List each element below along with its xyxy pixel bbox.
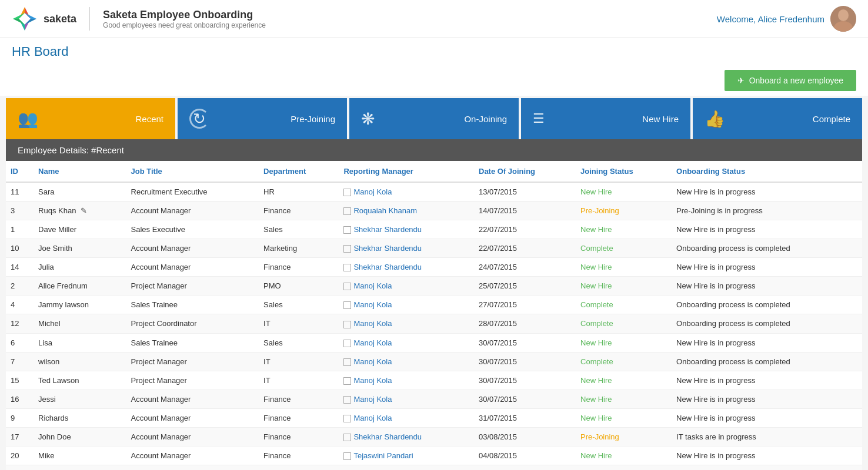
manager-link[interactable]: Manoj Kola <box>353 187 392 196</box>
manager-link[interactable]: Manoj Kola <box>353 357 392 366</box>
cell-name: Mike <box>34 446 126 465</box>
cell-job-title: Sales Executive <box>126 220 259 239</box>
joining-status-link[interactable]: Pre-Joining <box>580 432 619 441</box>
cell-joining-status[interactable]: New Hire <box>576 182 672 202</box>
cell-onboarding-status: New Hire is in progress <box>672 390 862 408</box>
cell-joining-status[interactable]: New Hire <box>576 371 672 390</box>
cell-doj: 14/07/2015 <box>474 202 576 220</box>
manager-link[interactable]: Manoj Kola <box>353 319 392 328</box>
joining-status-link[interactable]: New Hire <box>580 225 612 234</box>
cell-joining-status[interactable]: New Hire <box>576 220 672 239</box>
manager-checkbox[interactable] <box>343 396 351 404</box>
tab-newhire[interactable]: ☰ New Hire <box>521 98 690 139</box>
manager-link[interactable]: Manoj Kola <box>353 338 392 347</box>
joining-status-link[interactable]: New Hire <box>580 263 612 271</box>
manager-checkbox[interactable] <box>343 226 351 234</box>
cell-name: Alice Frednum <box>34 277 126 296</box>
cell-manager[interactable]: Manoj Kola <box>339 277 474 296</box>
cell-job-title: Project Manager <box>126 277 259 296</box>
manager-checkbox[interactable] <box>343 264 351 271</box>
manager-checkbox[interactable] <box>343 301 351 309</box>
cell-joining-status[interactable]: New Hire <box>576 258 672 277</box>
cell-manager[interactable]: Manoj Kola <box>339 390 474 408</box>
cell-manager[interactable]: Shekhar Shardendu <box>339 427 474 446</box>
cell-joining-status[interactable]: New Hire <box>576 408 672 427</box>
cell-manager[interactable]: Tejaswini Pandari <box>339 446 474 465</box>
cell-joining-status[interactable]: Pre-Joining <box>576 427 672 446</box>
cell-manager[interactable]: Manoj Kola <box>339 296 474 314</box>
manager-link[interactable]: Manoj Kola <box>353 376 392 385</box>
cell-manager[interactable]: Manoj Kola <box>339 333 474 352</box>
manager-link[interactable]: Shekhar Shardendu <box>353 225 422 234</box>
joining-status-link[interactable]: New Hire <box>580 187 612 196</box>
manager-checkbox[interactable] <box>343 283 351 290</box>
cell-joining-status[interactable]: Complete <box>576 352 672 371</box>
cell-manager[interactable]: Manoj Kola <box>339 352 474 371</box>
cell-manager[interactable]: Manoj Kola <box>339 314 474 333</box>
joining-status-link[interactable]: Complete <box>580 357 613 366</box>
cell-manager[interactable]: Manoj Kola <box>339 371 474 390</box>
welcome-text: Welcome, Alice Fredenhum <box>717 14 824 24</box>
cell-joining-status[interactable]: New Hire <box>576 446 672 465</box>
manager-link[interactable]: Manoj Kola <box>353 300 392 309</box>
cell-manager[interactable]: Shekhar Shardendu <box>339 239 474 258</box>
cell-manager[interactable]: Shekhar Shardendu <box>339 258 474 277</box>
tab-onjoining[interactable]: ❋ On-Joining <box>349 98 519 139</box>
manager-checkbox[interactable] <box>343 377 351 385</box>
manager-link[interactable]: Manoj Kola <box>353 281 392 290</box>
manager-link[interactable]: Tejaswini Pandari <box>353 451 413 460</box>
cell-joining-status[interactable]: New Hire <box>576 390 672 408</box>
manager-link[interactable]: Shekhar Shardendu <box>353 244 422 253</box>
cell-joining-status[interactable]: Complete <box>576 239 672 258</box>
manager-link[interactable]: Manoj Kola <box>353 414 392 422</box>
cell-manager[interactable]: Manoj Kola <box>339 408 474 427</box>
tab-complete[interactable]: 👍 Complete <box>693 98 862 139</box>
cell-manager[interactable]: Manoj Kola <box>339 182 474 202</box>
edit-icon[interactable]: ✎ <box>81 206 87 215</box>
tab-prejoining[interactable]: ↻ Pre-Joining <box>178 98 347 139</box>
joining-status-link[interactable]: Complete <box>580 300 613 309</box>
cell-department: Finance <box>259 446 339 465</box>
cell-joining-status[interactable]: New Hire <box>576 333 672 352</box>
app-header: saketa Saketa Employee Onboarding Good e… <box>0 0 868 38</box>
manager-link[interactable]: Shekhar Shardendu <box>353 263 422 271</box>
cell-joining-status[interactable]: Complete <box>576 296 672 314</box>
cell-manager[interactable]: SophiaWilliams <box>339 465 474 470</box>
cell-manager[interactable]: Shekhar Shardendu <box>339 220 474 239</box>
manager-checkbox[interactable] <box>343 434 351 441</box>
cell-onboarding-status: New Hire is in progress <box>672 277 862 296</box>
cell-job-title: Recruitment Executive <box>126 182 259 202</box>
manager-checkbox[interactable] <box>343 452 351 460</box>
manager-link[interactable]: Shekhar Shardendu <box>353 432 422 441</box>
joining-status-link[interactable]: New Hire <box>580 395 612 404</box>
cell-department: Sales <box>259 333 339 352</box>
onjoining-icon: ❋ <box>361 109 375 129</box>
joining-status-link[interactable]: New Hire <box>580 414 612 422</box>
cell-department: Finance <box>259 390 339 408</box>
manager-link[interactable]: Roquaiah Khanam <box>353 206 417 215</box>
manager-link[interactable]: Manoj Kola <box>353 395 392 404</box>
manager-checkbox[interactable] <box>343 340 351 347</box>
joining-status-link[interactable]: Complete <box>580 319 613 328</box>
cell-joining-status[interactable]: New Hire <box>576 277 672 296</box>
cell-joining-status[interactable]: Complete <box>576 314 672 333</box>
manager-checkbox[interactable] <box>343 321 351 328</box>
joining-status-link[interactable]: New Hire <box>580 451 612 460</box>
cell-joining-status[interactable]: New Hire <box>576 465 672 470</box>
cell-manager[interactable]: Roquaiah Khanam <box>339 202 474 220</box>
joining-status-link[interactable]: New Hire <box>580 376 612 385</box>
manager-checkbox[interactable] <box>343 245 351 253</box>
joining-status-link[interactable]: Complete <box>580 244 613 253</box>
cell-joining-status[interactable]: Pre-Joining <box>576 202 672 220</box>
cell-job-title: Project Coordinator <box>126 314 259 333</box>
joining-status-link[interactable]: New Hire <box>580 281 612 290</box>
joining-status-link[interactable]: New Hire <box>580 338 612 347</box>
joining-status-link[interactable]: Pre-Joining <box>580 206 619 215</box>
onboard-new-employee-button[interactable]: ✈ Onboard a new employee <box>725 70 856 91</box>
manager-checkbox[interactable] <box>343 415 351 422</box>
tab-recent[interactable]: 👥 Recent <box>6 98 175 139</box>
manager-checkbox[interactable] <box>343 207 351 215</box>
manager-checkbox[interactable] <box>343 189 351 196</box>
manager-checkbox[interactable] <box>343 358 351 366</box>
app-title-block: Saketa Employee Onboarding Good employee… <box>103 9 266 29</box>
